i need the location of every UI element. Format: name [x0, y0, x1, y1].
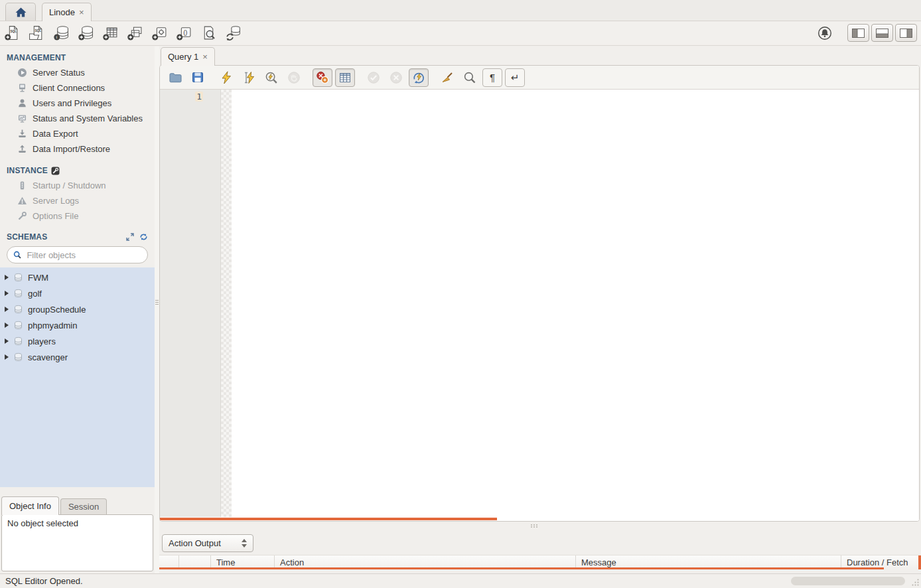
splitter-grip-icon — [531, 524, 539, 528]
explain-button[interactable] — [261, 68, 281, 87]
sidebar-item-options-file[interactable]: Options File — [0, 208, 155, 224]
splitter-grip-icon — [155, 300, 159, 305]
connection-tab-label: Linode — [49, 7, 75, 17]
commit-icon — [367, 71, 380, 84]
create-table-button[interactable] — [98, 23, 123, 44]
tree-expander-icon[interactable] — [5, 275, 9, 280]
schema-inspector-button[interactable]: i — [49, 23, 74, 44]
commit-button[interactable] — [364, 68, 384, 87]
svg-text:(): () — [183, 29, 187, 36]
find-button[interactable] — [460, 68, 480, 87]
output-selector-value: Action Output — [169, 538, 221, 548]
rollback-button[interactable] — [386, 68, 406, 87]
toggle-autocommit-button[interactable] — [409, 68, 429, 87]
data-import-icon — [17, 144, 27, 154]
toggle-right-panel-button[interactable] — [895, 24, 917, 42]
output-vscrollbar-thumb[interactable] — [918, 555, 921, 569]
create-table-icon — [102, 25, 119, 40]
home-tab[interactable] — [5, 3, 36, 21]
editor-hscrollbar-thumb[interactable] — [160, 518, 497, 520]
sidebar-item-data-export[interactable]: Data Export — [0, 126, 155, 141]
database-icon — [13, 336, 23, 346]
tree-expander-icon[interactable] — [5, 338, 9, 344]
connection-tab[interactable]: Linode × — [42, 3, 92, 21]
session-tab[interactable]: Session — [60, 498, 107, 514]
notifications-button[interactable] — [814, 23, 836, 43]
sidebar-item-system-variables[interactable]: Status and System Variables — [0, 111, 155, 126]
output-panel-selector[interactable]: Action Output — [162, 534, 253, 552]
tree-expander-icon[interactable] — [5, 307, 9, 312]
object-info-panel: No object selected — [1, 514, 153, 571]
limit-rows-button[interactable] — [335, 68, 355, 87]
schema-row-groupschedule[interactable]: groupSchedule — [0, 301, 155, 317]
sql-editor-body: 1 — [160, 90, 919, 517]
pilcrow-icon: ¶ — [490, 72, 495, 82]
statusbar-hscrollbar-thumb[interactable] — [791, 577, 905, 585]
sidebar-item-client-connections[interactable]: Client Connections — [0, 80, 155, 96]
search-table-data-button[interactable] — [196, 23, 221, 44]
management-section-title: MANAGEMENT — [7, 53, 155, 62]
new-sql-tab-icon: SQL — [4, 25, 21, 40]
object-info-text: No object selected — [7, 518, 78, 528]
client-connections-icon — [17, 83, 27, 93]
query-tab-bar: Query 1 × — [159, 46, 921, 65]
toggle-invisibles-button[interactable]: ¶ — [482, 68, 502, 87]
sidebar-item-server-status[interactable]: Server Status — [0, 65, 155, 80]
create-function-button[interactable]: () — [172, 23, 196, 44]
refresh-icon[interactable] — [139, 233, 148, 241]
schema-row-scavenger[interactable]: scavenger — [0, 349, 155, 365]
svg-text:SQL: SQL — [10, 31, 17, 34]
beautify-button[interactable] — [437, 68, 457, 87]
open-sql-script-button[interactable]: SQL — [25, 23, 49, 44]
new-sql-tab-button[interactable]: SQL — [0, 23, 25, 44]
toggle-left-panel-button[interactable] — [847, 24, 869, 42]
schema-row-players[interactable]: players — [0, 333, 155, 349]
query-tab-close-icon[interactable]: × — [202, 52, 208, 61]
sidebar-item-startup-shutdown[interactable]: Startup / Shutdown — [0, 178, 155, 193]
create-view-button[interactable] — [123, 23, 147, 44]
toggle-continue-on-error-button[interactable] — [313, 68, 332, 87]
save-script-button[interactable] — [188, 68, 208, 87]
create-procedure-button[interactable] — [147, 23, 172, 44]
reconnect-dbms-icon — [225, 25, 242, 40]
sql-editor-panel: ¶ ↵ 1 — [159, 65, 920, 522]
open-script-button[interactable] — [165, 68, 185, 87]
schema-row-fwm[interactable]: FWM — [0, 269, 155, 285]
sidebar-item-users-privileges[interactable]: Users and Privileges — [0, 96, 155, 111]
tree-expander-icon[interactable] — [5, 354, 9, 360]
toggle-bottom-panel-icon — [876, 29, 888, 38]
sidebar-splitter[interactable] — [155, 46, 159, 573]
connection-tab-close-icon[interactable]: × — [79, 8, 84, 17]
toggle-left-panel-icon — [852, 29, 865, 38]
create-schema-button[interactable] — [74, 23, 98, 44]
toggle-bottom-panel-button[interactable] — [871, 24, 893, 42]
output-panel: Action Output Time Action Message Durati… — [159, 531, 921, 573]
sidebar-item-server-logs[interactable]: Server Logs — [0, 193, 155, 208]
toolbar-right-tools — [814, 23, 917, 43]
sidebar-item-data-import[interactable]: Data Import/Restore — [0, 141, 155, 157]
schema-filter-input[interactable] — [25, 250, 141, 261]
tree-expander-icon[interactable] — [5, 323, 9, 328]
sql-editor-toolbar: ¶ ↵ — [160, 66, 919, 90]
fold-margin — [221, 90, 232, 517]
output-splitter[interactable] — [159, 522, 921, 531]
rollback-icon — [390, 71, 403, 84]
output-hscrollbar-thumb[interactable] — [159, 567, 884, 569]
save-script-icon — [191, 71, 204, 84]
sql-editor-input[interactable] — [232, 90, 919, 517]
toggle-wrap-button[interactable]: ↵ — [505, 68, 525, 87]
stop-button[interactable] — [284, 68, 304, 87]
expand-panel-icon[interactable] — [126, 233, 134, 241]
query-tab[interactable]: Query 1 × — [161, 47, 215, 66]
options-file-icon — [17, 211, 27, 221]
schema-row-phpmyadmin[interactable]: phpmyadmin — [0, 317, 155, 333]
schema-row-golf[interactable]: golf — [0, 285, 155, 301]
execute-button[interactable] — [216, 68, 236, 87]
open-script-icon — [169, 71, 182, 84]
tree-expander-icon[interactable] — [5, 291, 9, 296]
status-text: SQL Editor Opened. — [5, 576, 83, 586]
execute-current-statement-button[interactable] — [239, 68, 259, 87]
window-resize-grip-icon[interactable] — [912, 579, 919, 586]
reconnect-dbms-button[interactable] — [221, 23, 246, 44]
object-info-tab[interactable]: Object Info — [1, 496, 59, 515]
